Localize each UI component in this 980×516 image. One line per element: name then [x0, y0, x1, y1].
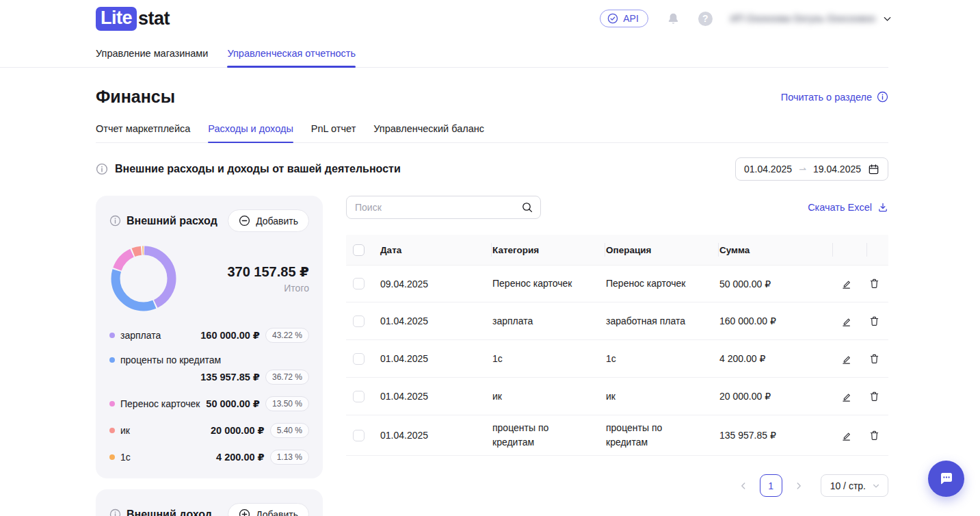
table-row: 01.04.2025 зарплата заработная плата 160…	[346, 302, 888, 340]
check-circle-icon	[607, 13, 618, 24]
section-title: Внешние расходы и доходы от вашей деятел…	[115, 163, 401, 175]
about-section-label: Почитать о разделе	[781, 92, 872, 103]
cell-date: 01.04.2025	[379, 391, 491, 402]
add-expense-button[interactable]: Добавить	[228, 209, 309, 232]
add-income-label: Добавить	[256, 509, 298, 516]
prev-page-button[interactable]	[733, 475, 754, 497]
subtab-pnl-report[interactable]: PnL отчет	[311, 120, 356, 142]
legend-label: Перенос карточек	[120, 398, 200, 409]
table-header-row: Дата Категория Операция Сумма	[346, 235, 888, 265]
topbar: Lite stat API ? ИП Ооохоова Оогуоь Оохсо…	[0, 0, 980, 37]
user-name-blurred: ИП Ооохоова Оогуоь Оохсоовоо	[730, 13, 875, 24]
user-menu[interactable]: ИП Ооохоова Оогуоь Оохсоовоо	[730, 13, 892, 24]
search-icon	[521, 201, 533, 214]
cell-date: 01.04.2025	[379, 353, 491, 364]
date-range-end: 19.04.2025	[813, 164, 861, 175]
delete-row-button[interactable]	[866, 278, 888, 289]
legend-item: проценты по кредитам135 957.85 ₽36.72 %	[109, 354, 309, 385]
page-size-select[interactable]: 10 / стр.	[821, 474, 888, 497]
column-header-date: Дата	[379, 235, 491, 265]
trash-icon	[869, 315, 880, 327]
edit-row-button[interactable]	[832, 278, 866, 289]
page-title: Финансы	[96, 87, 175, 107]
calendar-icon	[868, 164, 879, 175]
subtab-marketplace-report[interactable]: Отчет маркетплейса	[96, 120, 190, 142]
chevron-down-icon	[882, 14, 892, 24]
legend-label: зарплата	[120, 330, 161, 341]
table-row: 09.04.2025 Перенос карточек Перенос карт…	[346, 265, 888, 302]
page-number-button[interactable]: 1	[760, 474, 782, 497]
delete-row-button[interactable]	[866, 430, 888, 441]
download-excel-label: Скачать Excel	[808, 202, 872, 213]
finance-subtabs: Отчет маркетплейса Расходы и доходы PnL …	[96, 120, 888, 143]
support-chat-button[interactable]	[928, 461, 964, 497]
download-icon	[877, 202, 888, 213]
cell-operation: 1с	[605, 346, 707, 372]
row-checkbox[interactable]	[353, 315, 365, 327]
date-range-start: 01.04.2025	[744, 164, 792, 175]
arrow-right-icon: ⇀	[799, 164, 806, 175]
trash-icon	[869, 278, 880, 289]
legend-percent-badge: 5.40 %	[270, 423, 309, 438]
row-checkbox[interactable]	[353, 391, 365, 402]
notifications-bell-icon[interactable]	[666, 12, 680, 26]
cell-amount: 20 000.00 ₽	[718, 391, 832, 402]
page-size-value: 10 / стр.	[830, 480, 866, 491]
download-excel-link[interactable]: Скачать Excel	[808, 202, 888, 213]
legend-value: 50 000.00 ₽	[206, 398, 260, 409]
delete-row-button[interactable]	[866, 315, 888, 327]
cell-amount: 4 200.00 ₽	[718, 353, 832, 364]
cell-category: зарплата	[491, 309, 594, 334]
external-expense-card: Внешний расход Добавить 370 157.85 ₽	[96, 196, 323, 478]
api-badge[interactable]: API	[600, 10, 648, 27]
nav-tab-management-reporting[interactable]: Управленческая отчетность	[227, 42, 356, 67]
info-icon	[877, 91, 888, 103]
legend-color-dot	[109, 401, 115, 407]
cell-date: 09.04.2025	[379, 279, 491, 289]
trash-icon	[869, 353, 880, 365]
delete-row-button[interactable]	[866, 353, 888, 365]
api-badge-label: API	[623, 13, 639, 24]
info-icon	[96, 163, 108, 175]
subtab-management-balance[interactable]: Управленческий баланс	[373, 120, 484, 142]
external-income-card: Внешний доход Добавить	[96, 489, 323, 516]
column-header-edit	[832, 235, 866, 265]
row-checkbox[interactable]	[353, 278, 365, 289]
legend-item: 1с4 200.00 ₽1.13 %	[109, 450, 309, 465]
add-income-button[interactable]: Добавить	[228, 503, 309, 516]
help-icon[interactable]: ?	[698, 12, 713, 26]
legend-color-dot	[109, 357, 115, 363]
legend-value: 160 000.00 ₽	[200, 330, 260, 341]
chat-bubble-icon	[938, 470, 955, 488]
edit-row-button[interactable]	[832, 315, 866, 327]
search-input[interactable]	[346, 196, 541, 219]
row-checkbox[interactable]	[353, 430, 365, 441]
logo-lite: Lite	[96, 7, 137, 31]
column-header-amount: Сумма	[718, 235, 832, 265]
pagination: 1 10 / стр.	[346, 474, 888, 497]
delete-row-button[interactable]	[866, 391, 888, 402]
legend-percent-badge: 1.13 %	[270, 450, 309, 465]
logo[interactable]: Lite stat	[96, 7, 170, 31]
row-checkbox[interactable]	[353, 353, 365, 365]
column-header-category: Категория	[491, 235, 605, 265]
nav-tab-store-management[interactable]: Управление магазинами	[96, 42, 208, 67]
edit-pencil-icon	[840, 430, 852, 441]
subtab-expenses-incomes[interactable]: Расходы и доходы	[208, 120, 293, 142]
about-section-link[interactable]: Почитать о разделе	[781, 91, 888, 103]
legend-label: ик	[120, 425, 130, 436]
primary-nav: Управление магазинами Управленческая отч…	[0, 42, 888, 68]
date-range-picker[interactable]: 01.04.2025 ⇀ 19.04.2025	[735, 157, 888, 181]
edit-pencil-icon	[840, 278, 852, 289]
edit-row-button[interactable]	[832, 353, 866, 365]
legend-color-dot	[109, 333, 115, 338]
table-body: 09.04.2025 Перенос карточек Перенос карт…	[346, 265, 888, 456]
next-page-button[interactable]	[789, 475, 809, 497]
select-all-checkbox[interactable]	[353, 244, 365, 256]
cell-date: 01.04.2025	[379, 315, 491, 326]
edit-row-button[interactable]	[832, 391, 866, 402]
cell-category: проценты по кредитам	[491, 415, 594, 455]
legend-item: ик20 000.00 ₽5.40 %	[109, 423, 309, 438]
edit-pencil-icon	[840, 353, 852, 365]
edit-row-button[interactable]	[832, 430, 866, 441]
